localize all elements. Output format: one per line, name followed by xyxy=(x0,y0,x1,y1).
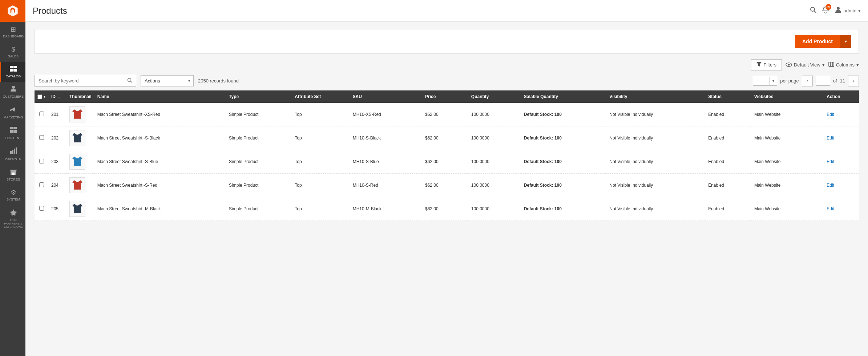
th-websites-label: Websites xyxy=(754,94,773,99)
actions-dropdown-arrow[interactable]: ▾ xyxy=(185,76,193,86)
sidebar-item-customers[interactable]: CUSTOMERS xyxy=(0,82,25,102)
th-sku-label: SKU xyxy=(353,94,362,99)
row-edit-link[interactable]: Edit xyxy=(827,112,834,117)
row-edit-link[interactable]: Edit xyxy=(827,206,834,211)
svg-rect-7 xyxy=(10,130,13,133)
svg-point-4 xyxy=(12,86,15,89)
th-salable-quantity[interactable]: Salable Quantity xyxy=(521,90,607,103)
sidebar-item-stores[interactable]: STORES xyxy=(0,165,25,185)
row-name: Mach Street Sweatshirt -M-Black xyxy=(94,197,226,221)
per-page-input[interactable]: 200 xyxy=(753,76,770,85)
product-thumbnail xyxy=(69,106,85,122)
sidebar-item-reports[interactable]: REPORTS xyxy=(0,144,25,165)
actions-select: Actions Delete Change Status Update Attr… xyxy=(141,75,194,86)
sidebar-item-content[interactable]: CONTENT xyxy=(0,123,25,144)
sidebar-item-marketing[interactable]: MARKETING xyxy=(0,102,25,123)
add-product-button[interactable]: Add Product xyxy=(795,35,840,48)
table-row: 201 Mach Street Sweatshirt -XS-Red Simpl… xyxy=(35,103,859,126)
actions-dropdown[interactable]: Actions Delete Change Status Update Attr… xyxy=(141,76,185,86)
table-row: 205 Mach Street Sweatshirt -M-Black Simp… xyxy=(35,197,859,221)
per-page-arrow[interactable]: ▾ xyxy=(770,77,777,85)
svg-marker-17 xyxy=(756,62,762,66)
row-id: 204 xyxy=(48,174,66,197)
stores-icon xyxy=(10,168,17,177)
row-status: Enabled xyxy=(705,197,751,221)
content-area: Add Product ▾ Filters xyxy=(25,22,868,356)
prev-page-button[interactable]: ‹ xyxy=(802,76,813,86)
th-id[interactable]: ID ↓ xyxy=(48,90,66,103)
th-visibility[interactable]: Visibility xyxy=(606,90,705,103)
row-id: 202 xyxy=(48,126,66,150)
select-all-checkbox[interactable] xyxy=(37,94,42,99)
row-price: $62.00 xyxy=(422,126,468,150)
th-status-label: Status xyxy=(708,94,722,99)
row-websites: Main Website xyxy=(751,126,824,150)
default-view-select[interactable]: Default View ▾ xyxy=(786,62,825,68)
row-websites: Main Website xyxy=(751,103,824,126)
header-actions: 39 admin ▾ xyxy=(810,6,861,15)
notification-button[interactable]: 39 xyxy=(822,6,829,15)
row-checkbox[interactable] xyxy=(39,182,44,187)
row-edit-link[interactable]: Edit xyxy=(827,159,834,164)
th-type[interactable]: Type xyxy=(226,90,292,103)
columns-button[interactable]: Columns ▾ xyxy=(828,62,859,68)
row-checkbox[interactable] xyxy=(39,135,44,140)
reports-icon xyxy=(10,147,17,156)
sidebar-item-dashboard[interactable]: ⊞ DASHBOARD xyxy=(0,22,25,42)
product-thumbnail xyxy=(69,177,85,193)
th-id-label: ID xyxy=(51,94,56,99)
row-attribute-set: Top xyxy=(292,174,350,197)
th-websites[interactable]: Websites xyxy=(751,90,824,103)
row-checkbox[interactable] xyxy=(39,159,44,163)
columns-label: Columns xyxy=(836,62,855,68)
row-websites: Main Website xyxy=(751,174,824,197)
current-page-input[interactable]: 2 xyxy=(816,76,830,86)
search-box xyxy=(35,75,136,87)
row-action: Edit xyxy=(824,103,859,126)
search-icon[interactable] xyxy=(127,78,132,84)
add-product-dropdown-button[interactable]: ▾ xyxy=(840,35,851,48)
logo[interactable] xyxy=(0,0,25,22)
svg-rect-8 xyxy=(13,130,17,133)
header-search-icon[interactable] xyxy=(810,7,816,15)
row-checkbox[interactable] xyxy=(39,206,44,211)
th-quantity[interactable]: Quantity xyxy=(468,90,521,103)
system-icon: ⚙ xyxy=(11,189,16,197)
page-title: Products xyxy=(33,6,67,16)
sidebar-item-label: STORES xyxy=(7,178,20,182)
next-page-button[interactable]: › xyxy=(848,76,859,86)
notification-badge: 39 xyxy=(825,4,831,10)
row-status: Enabled xyxy=(705,150,751,174)
th-sku[interactable]: SKU xyxy=(350,90,422,103)
sidebar-item-find[interactable]: FIND PARTNERS & EXTENSIONS xyxy=(0,205,25,232)
filters-button[interactable]: Filters xyxy=(751,59,782,70)
row-sku: MH10-S-Red xyxy=(350,174,422,197)
table-row: 203 Mach Street Sweatshirt -S-Blue Simpl… xyxy=(35,150,859,174)
row-edit-link[interactable]: Edit xyxy=(827,135,834,141)
th-name[interactable]: Name xyxy=(94,90,226,103)
th-attribute-set[interactable]: Attribute Set xyxy=(292,90,350,103)
row-salable-quantity: Default Stock: 100 xyxy=(521,126,607,150)
svg-point-14 xyxy=(811,7,815,11)
search-input[interactable] xyxy=(39,78,127,84)
checkbox-header-col: ▾ xyxy=(35,90,48,103)
row-edit-link[interactable]: Edit xyxy=(827,183,834,188)
th-status[interactable]: Status xyxy=(705,90,751,103)
admin-menu[interactable]: admin ▾ xyxy=(835,6,861,15)
row-status: Enabled xyxy=(705,126,751,150)
sidebar-item-sales[interactable]: $ SALES xyxy=(0,42,25,62)
product-thumbnail xyxy=(69,201,85,217)
row-id: 203 xyxy=(48,150,66,174)
sidebar-item-label: SYSTEM xyxy=(7,198,20,202)
columns-icon xyxy=(828,62,834,68)
sidebar-item-label: CONTENT xyxy=(5,136,21,140)
row-id: 205 xyxy=(48,197,66,221)
checkbox-dropdown-arrow[interactable]: ▾ xyxy=(44,95,45,98)
row-price: $62.00 xyxy=(422,174,468,197)
sidebar-item-catalog[interactable]: CATALOG xyxy=(0,62,25,82)
th-price[interactable]: Price xyxy=(422,90,468,103)
row-checkbox[interactable] xyxy=(39,112,44,116)
sidebar-item-system[interactable]: ⚙ SYSTEM xyxy=(0,185,25,205)
th-name-label: Name xyxy=(97,94,109,99)
admin-chevron-icon: ▾ xyxy=(858,8,861,13)
